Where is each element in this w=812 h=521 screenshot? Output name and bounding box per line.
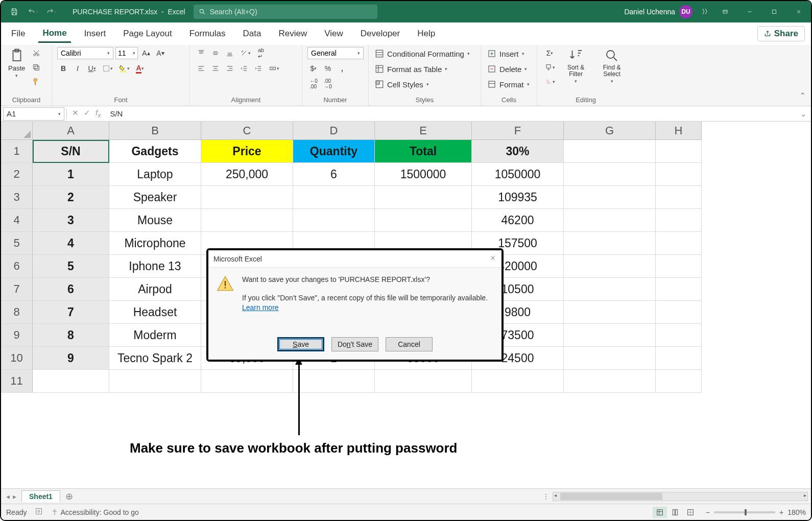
cell[interactable] [201, 186, 293, 209]
autosum-icon[interactable]: Σ ▾ [542, 47, 557, 59]
horizontal-scrollbar[interactable]: ◂ ▸ [553, 492, 808, 501]
cell[interactable]: 4 [33, 232, 109, 255]
enter-formula-icon[interactable]: ✓ [84, 108, 90, 119]
zoom-level[interactable]: 180% [787, 508, 806, 516]
cell[interactable]: 2 [33, 186, 109, 209]
row-header[interactable]: 1 [1, 140, 33, 163]
column-header[interactable]: D [293, 122, 375, 140]
cell[interactable]: Laptop [109, 163, 201, 186]
underline-button[interactable]: U ▾ [86, 62, 98, 75]
cell[interactable]: Headset [109, 301, 201, 324]
ribbon-options-icon[interactable] [713, 1, 737, 22]
cell[interactable]: Price [201, 140, 293, 163]
cell[interactable] [564, 301, 656, 324]
cell[interactable] [201, 370, 293, 393]
cell-styles-button[interactable]: Cell Styles ▾ [374, 78, 471, 91]
column-header[interactable]: E [375, 122, 472, 140]
expand-formula-bar-icon[interactable]: ⌄ [796, 109, 811, 119]
tab-formulas[interactable]: Formulas [185, 26, 230, 42]
column-header[interactable]: B [109, 122, 201, 140]
cell[interactable] [201, 209, 293, 232]
cell[interactable] [656, 347, 702, 370]
zoom-out-icon[interactable]: − [706, 508, 710, 516]
cell[interactable] [656, 186, 702, 209]
paste-button[interactable]: Paste▾ [6, 47, 27, 79]
cell[interactable] [564, 324, 656, 347]
cell[interactable]: Iphone 13 [109, 255, 201, 278]
column-header[interactable]: F [472, 122, 564, 140]
cell[interactable]: 7 [33, 301, 109, 324]
minimize-icon[interactable] [737, 1, 762, 22]
bold-button[interactable]: B [57, 62, 69, 75]
dont-save-button[interactable]: Don't Save [331, 337, 378, 351]
cell[interactable] [656, 209, 702, 232]
cell[interactable] [656, 255, 702, 278]
conditional-formatting-button[interactable]: Conditional Formatting ▾ [374, 47, 471, 60]
dialog-close-icon[interactable] [489, 254, 496, 263]
column-header[interactable]: A [33, 122, 109, 140]
maximize-icon[interactable] [762, 1, 786, 22]
copy-icon[interactable] [30, 61, 42, 74]
cell[interactable]: 250,000 [201, 163, 293, 186]
number-format-select[interactable]: General▾ [307, 47, 364, 59]
redo-icon[interactable]: ▾ [43, 5, 59, 19]
row-header[interactable]: 11 [1, 370, 33, 393]
cell[interactable] [564, 255, 656, 278]
save-icon[interactable] [6, 5, 22, 19]
cell[interactable] [109, 370, 201, 393]
fill-icon[interactable]: ▾ [542, 61, 557, 74]
align-bottom-icon[interactable] [224, 47, 236, 59]
cell[interactable] [564, 347, 656, 370]
cell[interactable] [293, 370, 375, 393]
percent-format-icon[interactable]: % [322, 62, 334, 75]
decrease-decimal-icon[interactable]: .00→0 [322, 78, 334, 90]
cell[interactable]: Tecno Spark 2 [109, 347, 201, 370]
fill-color-icon[interactable]: ▾ [117, 62, 132, 75]
format-as-table-button[interactable]: Format as Table ▾ [374, 62, 471, 76]
cell[interactable]: Gadgets [109, 140, 201, 163]
tab-page-layout[interactable]: Page Layout [119, 26, 176, 42]
page-layout-view-icon[interactable] [668, 507, 682, 518]
user-account[interactable]: Daniel Uchenna DU [620, 5, 697, 18]
search-input[interactable]: Search (Alt+Q) [194, 5, 377, 19]
cell[interactable] [375, 370, 472, 393]
accounting-format-icon[interactable]: $ ▾ [307, 62, 320, 75]
comma-format-icon[interactable]: , [336, 62, 348, 75]
align-top-icon[interactable] [195, 47, 207, 59]
align-right-icon[interactable] [224, 62, 236, 75]
cell[interactable]: S/N [33, 140, 109, 163]
cell[interactable] [656, 301, 702, 324]
cell[interactable]: 3 [33, 209, 109, 232]
cell[interactable] [564, 278, 656, 301]
row-header[interactable]: 10 [1, 347, 33, 370]
cell[interactable]: 1 [33, 163, 109, 186]
cell[interactable]: 46200 [472, 209, 564, 232]
increase-font-icon[interactable]: A▴ [140, 47, 152, 59]
cell[interactable] [656, 140, 702, 163]
page-break-view-icon[interactable] [683, 507, 698, 518]
zoom-slider[interactable] [714, 511, 775, 513]
cell[interactable]: Quantity [293, 140, 375, 163]
sort-filter-button[interactable]: Sort & Filter▾ [560, 47, 591, 85]
cell[interactable] [564, 163, 656, 186]
cell[interactable]: 8 [33, 324, 109, 347]
tab-file[interactable]: File [7, 26, 29, 42]
clear-icon[interactable]: ▾ [542, 76, 557, 88]
merge-center-icon[interactable]: ▾ [267, 62, 281, 75]
next-sheet-icon[interactable]: ▸ [13, 492, 16, 501]
column-header[interactable]: G [564, 122, 656, 140]
tab-data[interactable]: Data [239, 26, 266, 42]
font-size-select[interactable]: 11▾ [115, 47, 138, 59]
align-middle-icon[interactable] [209, 47, 222, 59]
increase-indent-icon[interactable] [252, 62, 265, 75]
add-sheet-icon[interactable]: ⊕ [60, 491, 78, 502]
share-button[interactable]: Share [757, 26, 805, 41]
tab-developer[interactable]: Developer [356, 26, 404, 42]
orientation-icon[interactable]: ▾ [238, 47, 253, 59]
collapse-ribbon-icon[interactable]: ⌃ [794, 45, 811, 106]
row-header[interactable]: 4 [1, 209, 33, 232]
cell[interactable]: Microphone [109, 232, 201, 255]
delete-cells-button[interactable]: Delete ▾ [486, 62, 531, 76]
row-header[interactable]: 5 [1, 232, 33, 255]
accessibility-status[interactable]: Accessibility: Good to go [51, 508, 138, 516]
